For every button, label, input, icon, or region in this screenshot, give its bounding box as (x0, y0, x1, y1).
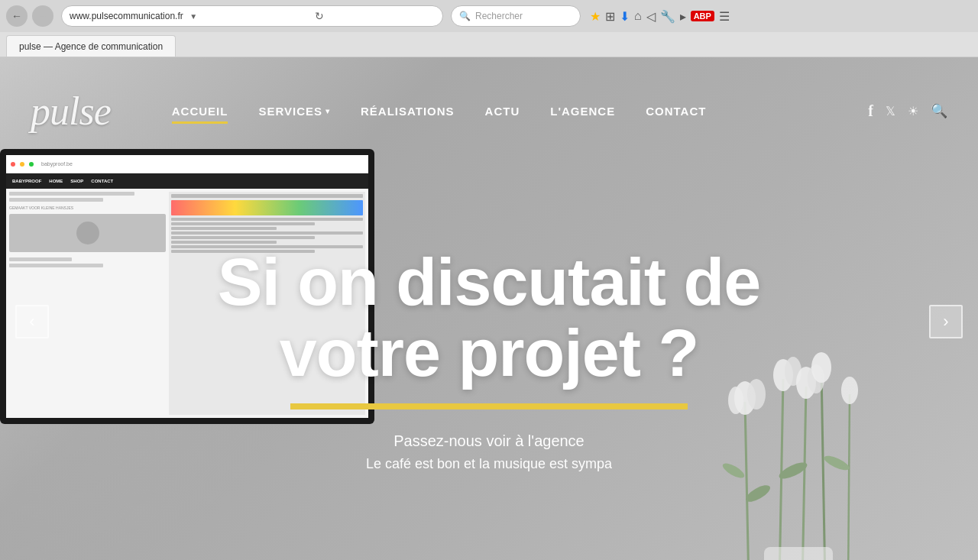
reload-icon[interactable]: ↻ (315, 10, 435, 22)
browser-topbar: ← → www.pulsecommunication.fr ▼ ↻ 🔍 Rech… (0, 0, 978, 32)
website-content: babyproof.be BABYPROOF HOME SHOP CONTACT… (0, 57, 978, 560)
extension-icon[interactable]: 🔧 (660, 9, 675, 24)
carousel-prev-icon: ‹ (29, 312, 34, 332)
plugin-icon[interactable]: ▸ (680, 9, 686, 24)
nav-lagence[interactable]: L'AGENCE (550, 105, 615, 118)
hero-subtitle1: Passez-nous voir à l'agence (393, 432, 585, 450)
nav-contact[interactable]: CONTACT (646, 105, 706, 118)
nav-actu[interactable]: ACTU (485, 105, 520, 118)
address-bar[interactable]: www.pulsecommunication.fr ▼ ↻ (61, 5, 443, 27)
back-button[interactable]: ← (6, 5, 28, 27)
carousel-next-button[interactable]: › (929, 305, 963, 338)
carousel-next-icon: › (943, 312, 948, 332)
main-nav: ACCUEIL SERVICES ▾ RÉALISATIONS ACTU L'A… (172, 105, 707, 118)
hero-subtitle2: Le café est bon et la musique est sympa (366, 456, 612, 472)
active-tab[interactable]: pulse — Agence de communication (6, 35, 176, 57)
search-placeholder: Rechercher (475, 11, 523, 21)
hero-title-line2: votre projet ? (218, 318, 761, 388)
adblock-icon[interactable]: ABP (691, 11, 714, 21)
nav-accueil[interactable]: ACCUEIL (172, 105, 228, 118)
navigation-icon[interactable]: ◁ (646, 9, 656, 24)
twitter-icon[interactable]: 𝕏 (886, 104, 895, 118)
nav-services[interactable]: SERVICES ▾ (258, 105, 330, 118)
search-bar[interactable]: 🔍 Rechercher (451, 5, 581, 27)
search-icon: 🔍 (459, 11, 471, 21)
instagram-icon[interactable]: ☀ (908, 104, 918, 118)
hero-section: Si on discutait de votre projet ? Passez… (0, 164, 978, 560)
nav-social: f 𝕏 ☀ 🔍 (868, 102, 947, 120)
facebook-icon[interactable]: f (868, 102, 873, 120)
home-icon[interactable]: ⌂ (634, 9, 642, 23)
bookmark-star-icon[interactable]: ★ (590, 9, 601, 24)
nav-realisations[interactable]: RÉALISATIONS (361, 105, 455, 118)
site-logo[interactable]: pulse (31, 89, 111, 134)
search-icon[interactable]: 🔍 (931, 102, 947, 119)
browser-tabs: pulse — Agence de communication (0, 32, 978, 57)
site-header: pulse ACCUEIL SERVICES ▾ RÉALISATIONS AC… (0, 57, 978, 164)
browser-chrome: ← → www.pulsecommunication.fr ▼ ↻ 🔍 Rech… (0, 0, 978, 57)
address-text: www.pulsecommunication.fr (70, 11, 189, 21)
bookmarks-icon[interactable]: ⊞ (605, 9, 615, 24)
address-dropdown-icon: ▼ (189, 12, 309, 21)
hero-title: Si on discutait de votre projet ? (218, 247, 761, 388)
hero-title-line1: Si on discutait de (218, 247, 761, 317)
menu-icon[interactable]: ☰ (719, 9, 730, 24)
forward-button[interactable]: → (32, 5, 53, 27)
browser-toolbar: ★ ⊞ ⬇ ⌂ ◁ 🔧 ▸ ABP ☰ (590, 9, 730, 24)
tab-label: pulse — Agence de communication (19, 41, 163, 52)
services-dropdown-icon: ▾ (325, 107, 330, 115)
download-icon[interactable]: ⬇ (620, 9, 630, 24)
carousel-prev-button[interactable]: ‹ (15, 305, 49, 338)
hero-divider (290, 403, 688, 409)
